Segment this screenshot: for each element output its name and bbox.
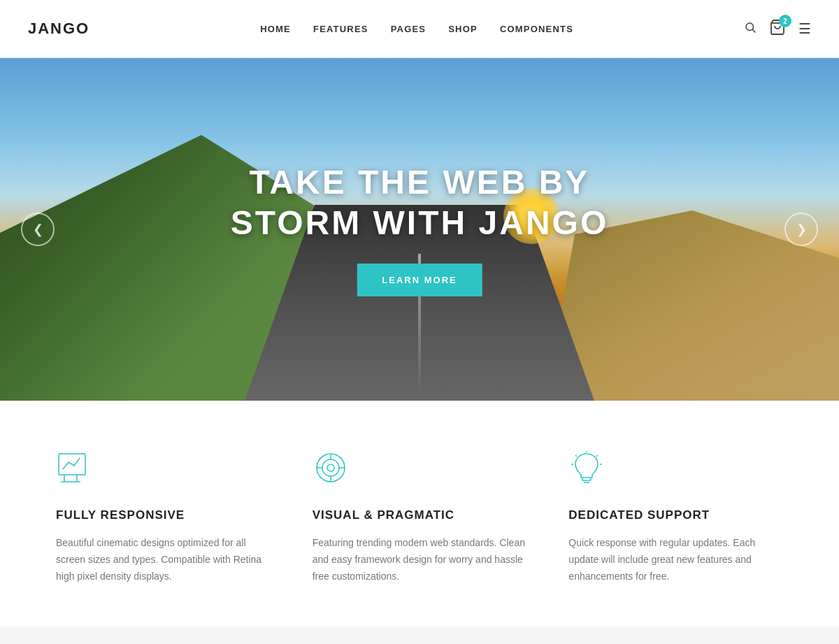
nav-shop[interactable]: SHOP xyxy=(448,24,478,34)
feature-support-desc: Quick response with regular updates. Eac… xyxy=(568,535,783,585)
hamburger-menu-button[interactable]: ☰ xyxy=(798,22,811,36)
slider-next-button[interactable]: ❯ xyxy=(784,213,818,246)
svg-point-8 xyxy=(322,459,339,476)
hero-title: TAKE THE WEB BY STORM WITH JANGO xyxy=(231,162,608,243)
nav-home[interactable]: HOME xyxy=(260,24,291,34)
hero-content: TAKE THE WEB BY STORM WITH JANGO LEARN M… xyxy=(231,162,608,296)
cart-button[interactable]: 2 xyxy=(769,19,786,38)
nav-features[interactable]: FEATURES xyxy=(313,24,368,34)
features-section: FULLY RESPONSIVE Beautiful cinematic des… xyxy=(0,401,839,627)
header-icons: 2 ☰ xyxy=(744,19,811,38)
svg-point-0 xyxy=(746,23,754,31)
main-nav: HOME FEATURES PAGES SHOP COMPONENTS xyxy=(260,24,573,34)
search-button[interactable] xyxy=(744,21,756,36)
feature-visual: VISUAL & PRAGMATIC Featuring trending mo… xyxy=(313,450,527,585)
nav-pages[interactable]: PAGES xyxy=(391,24,426,34)
cart-badge: 2 xyxy=(779,15,791,27)
feature-responsive-desc: Beautiful cinematic designs optimized fo… xyxy=(56,535,271,585)
feature-support: DEDICATED SUPPORT Quick response with re… xyxy=(568,450,783,585)
target-icon xyxy=(313,450,527,489)
hero-cta-button[interactable]: LEARN MORE xyxy=(357,264,482,296)
feature-support-title: DEDICATED SUPPORT xyxy=(568,508,783,522)
svg-line-19 xyxy=(575,455,577,457)
svg-point-9 xyxy=(327,464,334,471)
feature-responsive: FULLY RESPONSIVE Beautiful cinematic des… xyxy=(56,450,271,585)
hero-section: ❮ TAKE THE WEB BY STORM WITH JANGO LEARN… xyxy=(0,58,839,401)
svg-line-1 xyxy=(752,29,755,32)
svg-line-20 xyxy=(596,455,598,457)
chart-icon xyxy=(56,450,271,489)
bottom-section: WHY JANGO? EXCEPTIONAL FRONTEND FRAMEWOR… xyxy=(0,627,839,644)
nav-components[interactable]: COMPONENTS xyxy=(500,24,573,34)
feature-visual-desc: Featuring trending modern web standards.… xyxy=(313,535,527,585)
bulb-icon xyxy=(568,450,783,489)
site-logo[interactable]: JANGO xyxy=(28,20,89,38)
feature-visual-title: VISUAL & PRAGMATIC xyxy=(313,508,527,522)
feature-responsive-title: FULLY RESPONSIVE xyxy=(56,508,271,522)
slider-prev-button[interactable]: ❮ xyxy=(21,213,55,246)
